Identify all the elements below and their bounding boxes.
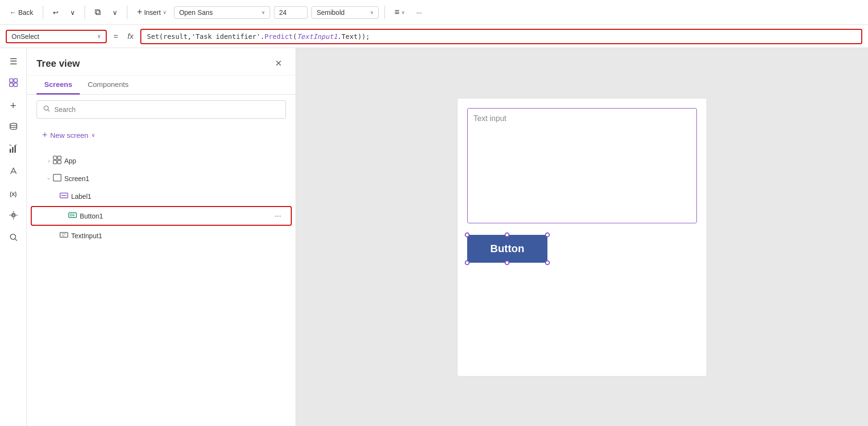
settings-button[interactable] (4, 207, 23, 226)
handle-bottom-right[interactable] (545, 260, 550, 265)
tree-item-screen1[interactable]: › Screen1 (27, 170, 296, 187)
paint-icon (9, 166, 18, 178)
canvas-area: Text input Button (296, 48, 868, 426)
variables-button[interactable]: (x) (4, 184, 23, 204)
formula-paren: ( (293, 33, 297, 40)
tree-close-button[interactable]: ✕ (271, 56, 286, 71)
canvas-button-label: Button (490, 243, 524, 255)
search-sidebar-icon (9, 232, 18, 244)
property-selector[interactable]: OnSelect ∨ (6, 30, 107, 43)
new-screen-label: New screen (50, 131, 88, 139)
close-icon: ✕ (275, 58, 282, 69)
tree-panel-header: Tree view ✕ (27, 48, 296, 75)
new-screen-plus-icon: + (42, 130, 48, 140)
insert-button[interactable]: + Insert ∨ (133, 5, 170, 19)
handle-bottom-middle[interactable] (505, 260, 509, 265)
variables-icon: (x) (10, 191, 17, 197)
app-label: App (64, 157, 286, 165)
svg-point-19 (70, 214, 72, 216)
svg-point-4 (10, 123, 17, 125)
formula-set: Set(result, (147, 33, 192, 40)
svg-rect-0 (10, 79, 13, 82)
divider-1 (43, 6, 43, 19)
size-selector[interactable]: 24 (274, 6, 308, 19)
tab-screens[interactable]: Screens (37, 75, 80, 95)
chart-button[interactable] (4, 140, 23, 159)
tree-item-button1[interactable]: Button1 ··· (31, 206, 292, 226)
svg-point-8 (12, 213, 15, 217)
database-button[interactable] (4, 118, 23, 137)
svg-point-9 (12, 214, 14, 216)
svg-rect-5 (10, 149, 11, 153)
svg-rect-7 (14, 146, 16, 153)
handle-bottom-left[interactable] (465, 260, 470, 265)
plus-icon: + (137, 7, 142, 17)
new-screen-button[interactable]: + New screen ∨ (37, 126, 286, 144)
undo-chevron-icon: ∨ (70, 9, 75, 16)
tree-item-label1[interactable]: Label1 (27, 187, 296, 205)
divider-4 (384, 6, 385, 19)
tree-item-textinput1[interactable]: TextInput1 (27, 227, 296, 244)
svg-rect-14 (53, 160, 57, 164)
search-input[interactable] (54, 106, 280, 113)
canvas-button-widget[interactable]: Button (467, 235, 547, 263)
insert-chevron-icon: ∨ (163, 10, 166, 15)
handle-top-middle[interactable] (505, 232, 509, 237)
canvas-button-wrapper: Button (467, 235, 547, 263)
divider-3 (127, 6, 127, 19)
menu-button[interactable]: ≡ ∨ (391, 5, 409, 19)
undo-chevron-button[interactable]: ∨ (66, 7, 79, 18)
tree-search-box[interactable] (37, 100, 286, 119)
svg-rect-12 (53, 156, 57, 159)
icon-sidebar: ☰ + (0, 48, 27, 426)
text-input-placeholder: Text input (473, 114, 506, 123)
svg-point-10 (10, 234, 15, 239)
size-label: 24 (279, 9, 287, 16)
database-icon (9, 122, 18, 134)
hamburger-button[interactable]: ☰ (4, 52, 23, 71)
font-selector[interactable]: Open Sans ∨ (174, 6, 270, 19)
handle-top-left[interactable] (465, 232, 470, 237)
add-button[interactable]: + (4, 96, 23, 115)
font-chevron-icon: ∨ (261, 10, 265, 15)
textinput1-icon (60, 231, 68, 241)
weight-selector[interactable]: Semibold ∨ (311, 6, 379, 19)
menu-chevron-icon: ∨ (401, 10, 405, 15)
back-label: Back (18, 9, 33, 16)
back-button[interactable]: ← Back (6, 7, 37, 18)
chart-icon (9, 144, 18, 156)
tree-panel-title: Tree view (37, 58, 80, 69)
canvas-frame: Text input Button (457, 98, 707, 377)
tab-components[interactable]: Components (80, 75, 136, 95)
settings-icon (9, 210, 18, 222)
more-button[interactable]: ··· (412, 7, 426, 18)
new-screen-chevron-icon: ∨ (91, 132, 95, 138)
layers-icon (9, 78, 18, 90)
button1-icon (68, 211, 77, 221)
formula-textinput: TextInput1 (297, 33, 337, 40)
layers-button[interactable] (4, 74, 23, 93)
property-chevron-icon: ∨ (97, 33, 101, 39)
paste-button[interactable]: ⧉ (91, 5, 105, 19)
tree-item-app[interactable]: › App (27, 152, 296, 170)
svg-rect-1 (14, 79, 17, 82)
divider-2 (85, 6, 85, 19)
svg-rect-13 (58, 156, 61, 159)
insert-label: Insert (144, 9, 161, 16)
handle-top-right[interactable] (545, 232, 550, 237)
screen1-chevron-icon: › (46, 178, 52, 180)
canvas-text-input-widget[interactable]: Text input (467, 108, 697, 223)
toolbar: ← Back ↩ ∨ ⧉ ∨ + Insert ∨ Open Sans ∨ 24… (0, 0, 868, 25)
paste-icon: ⧉ (95, 7, 101, 17)
formula-display[interactable]: Set(result, 'Task identifier'.Predict(Te… (140, 29, 862, 44)
undo-button[interactable]: ↩ (49, 7, 62, 18)
search-sidebar-button[interactable] (4, 229, 23, 248)
formula-dot-text: .Text)); (337, 33, 370, 40)
button1-more-icon[interactable]: ··· (275, 212, 281, 220)
label1-label: Label1 (71, 193, 286, 200)
app-icon (53, 156, 62, 166)
paste-chevron-button[interactable]: ∨ (109, 7, 121, 18)
screen1-label: Screen1 (64, 175, 286, 183)
paint-button[interactable] (4, 162, 23, 182)
font-label: Open Sans (179, 9, 213, 16)
